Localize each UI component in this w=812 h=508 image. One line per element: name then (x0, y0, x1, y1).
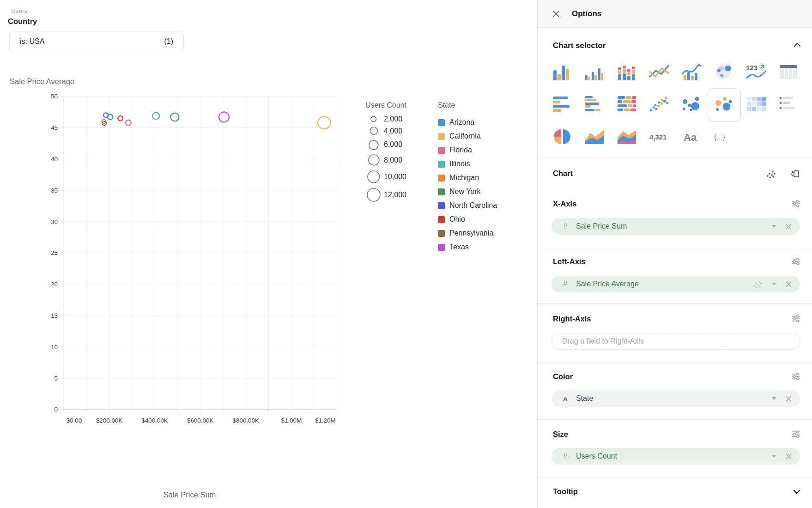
caret-down-icon[interactable] (772, 225, 776, 228)
kpi-trend-chart-icon[interactable]: 123 (740, 56, 772, 88)
tooltip-section-heading: Tooltip (553, 487, 578, 496)
pie-chart-icon[interactable] (546, 121, 578, 153)
state-legend-item[interactable]: New York (438, 185, 530, 199)
left-axis-field-label: Sale Price Average (576, 280, 639, 288)
y-tick-label: 0 (55, 406, 58, 413)
size-legend-label: 6,000 (384, 140, 402, 149)
size-legend-item[interactable]: 10,000 (365, 168, 435, 186)
formula-dots-icon[interactable] (752, 279, 763, 289)
state-legend-item[interactable]: Florida (438, 143, 530, 157)
filter-value: is: USA (20, 37, 44, 46)
left-axis-field-pill[interactable]: # Sale Price Average (551, 276, 800, 292)
bubble-size-chart-icon[interactable] (708, 88, 741, 121)
size-legend-item[interactable]: 6,000 (365, 138, 435, 152)
remove-field-icon[interactable] (786, 224, 792, 230)
panel-title: Options (572, 9, 601, 18)
caret-down-icon[interactable] (772, 455, 776, 458)
grouped-horizontal-bar-chart-icon[interactable] (578, 88, 611, 121)
state-legend-item[interactable]: Arizona (438, 115, 530, 129)
data-point-texas[interactable] (219, 112, 229, 122)
x-tick-label: $1.00M (281, 417, 302, 424)
copy-chart-icon[interactable] (790, 169, 800, 179)
workbook-canvas: Users Country is: USA (1) Sale Price Ave… (0, 0, 537, 508)
section-divider (538, 303, 812, 304)
combo-chart-icon[interactable] (675, 56, 708, 88)
state-legend-label: Ohio (449, 215, 465, 224)
x-axis-title: Sale Price Sum (31, 490, 348, 499)
number-type-icon: # (562, 279, 569, 289)
data-point-florida[interactable] (126, 120, 131, 126)
size-field-label: Users Count (576, 452, 617, 460)
map-chart-icon[interactable] (708, 56, 740, 88)
chart-selector-grid: 1234,321Aa{...} (546, 56, 805, 154)
stacked-bar-chart-icon[interactable] (611, 56, 643, 88)
color-field-pill[interactable]: A State (551, 390, 800, 407)
y-tick-label: 35 (51, 187, 58, 194)
scatter-plot-chart-icon[interactable] (643, 88, 675, 121)
kpi-number-element-icon[interactable]: 4,321 (643, 121, 675, 153)
bubble-chart-icon[interactable] (675, 88, 708, 121)
remove-field-icon[interactable] (786, 281, 792, 287)
x-axis-settings-icon[interactable] (791, 199, 801, 208)
chevron-down-icon[interactable] (793, 490, 800, 494)
size-legend-label: 8,000 (384, 156, 402, 164)
text-element-icon[interactable]: Aa (675, 121, 708, 153)
stacked-area-chart-icon[interactable] (611, 121, 643, 153)
area-chart-icon[interactable] (578, 121, 611, 153)
size-legend-circle (365, 115, 382, 122)
remove-field-icon[interactable] (786, 396, 792, 402)
state-legend-item[interactable]: North Carolina (438, 199, 530, 212)
y-tick-label: 40 (51, 156, 58, 163)
x-tick-label: $0.00 (67, 417, 82, 424)
close-icon[interactable] (552, 10, 560, 18)
caret-down-icon[interactable] (772, 397, 776, 400)
size-settings-icon[interactable] (791, 429, 801, 439)
grouped-bar-chart-icon[interactable] (578, 56, 611, 88)
x-axis-field-pill[interactable]: # Sale Price Sum (551, 218, 800, 235)
size-legend-item[interactable]: 4,000 (365, 124, 435, 137)
caret-down-icon[interactable] (772, 283, 776, 285)
state-legend-item[interactable]: California (438, 129, 530, 143)
size-legend-item[interactable]: 2,000 (365, 114, 435, 124)
scatter-dots-icon[interactable] (766, 169, 776, 179)
state-legend-item[interactable]: Illinois (438, 157, 530, 171)
state-legend-label: California (449, 132, 481, 140)
data-point-california[interactable] (318, 116, 330, 129)
state-color-swatch (438, 244, 445, 251)
size-field-pill[interactable]: # Users Count (551, 448, 800, 465)
color-settings-icon[interactable] (791, 372, 801, 381)
heatmap-chart-icon[interactable] (740, 88, 772, 121)
line-chart-icon[interactable] (643, 56, 675, 88)
legend-list-element-icon[interactable] (772, 88, 805, 121)
state-legend-item[interactable]: Ohio (438, 212, 530, 226)
data-point-ohio[interactable] (118, 116, 123, 121)
state-legend-item[interactable]: Michigan (438, 171, 530, 185)
state-legend-item[interactable]: Pennsylvania (438, 226, 530, 240)
json-element-icon[interactable]: {...} (708, 121, 740, 153)
state-legend-label: Florida (449, 146, 472, 154)
state-legend-item[interactable]: Texas (438, 240, 530, 254)
left-axis-section-heading: Left-Axis (553, 257, 586, 266)
table-element-icon[interactable] (772, 56, 805, 88)
data-point-illinois[interactable] (152, 112, 159, 119)
chart-selector-heading: Chart selector (553, 41, 606, 50)
right-axis-settings-icon[interactable] (791, 314, 801, 323)
size-legend-item[interactable]: 12,000 (365, 186, 435, 204)
size-legend-item[interactable]: 8,000 (365, 152, 435, 168)
horizontal-bar-chart-icon[interactable] (546, 88, 578, 121)
size-legend-circle (365, 170, 382, 184)
country-filter-control[interactable]: is: USA (1) (9, 31, 184, 52)
state-legend-label: Arizona (449, 118, 474, 127)
data-point-north-carolina[interactable] (103, 113, 108, 117)
remove-field-icon[interactable] (786, 454, 792, 460)
section-divider (538, 249, 812, 249)
chevron-up-icon[interactable] (794, 42, 801, 47)
section-divider (538, 158, 812, 158)
size-legend-title: Users Count (365, 101, 435, 109)
bar-chart-icon[interactable] (546, 56, 578, 88)
right-axis-dropzone[interactable]: Drag a field to Right-Axis (551, 333, 800, 350)
number-type-icon: # (562, 452, 569, 461)
stacked-horizontal-bar-chart-icon[interactable] (611, 88, 643, 121)
svg-text:123: 123 (746, 64, 757, 72)
left-axis-settings-icon[interactable] (791, 257, 801, 266)
